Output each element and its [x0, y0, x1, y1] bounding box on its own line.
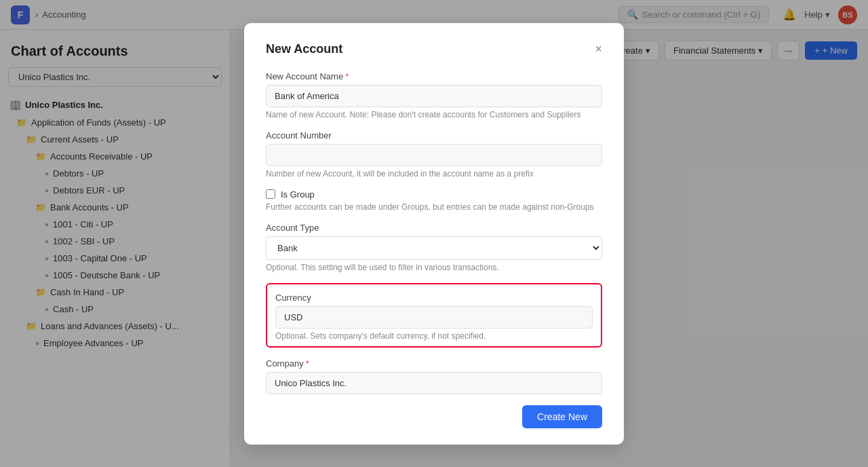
currency-hint: Optional. Sets company's default currenc…	[275, 331, 593, 341]
account-number-field: Account Number Number of new Account, it…	[266, 130, 602, 179]
modal-overlay: New Account × New Account Name * Name of…	[0, 0, 868, 467]
account-name-label: New Account Name *	[266, 71, 602, 81]
is-group-label: Is Group	[281, 189, 315, 200]
account-name-required: *	[345, 71, 349, 81]
is-group-row: Is Group	[266, 189, 602, 200]
account-number-input[interactable]	[266, 144, 602, 166]
account-name-field: New Account Name * Name of new Account. …	[266, 71, 602, 119]
company-label: Company *	[266, 358, 602, 369]
is-group-hint: Further accounts can be made under Group…	[266, 202, 602, 212]
is-group-field: Is Group Further accounts can be made un…	[266, 189, 602, 212]
modal-close-button[interactable]: ×	[595, 43, 602, 55]
company-input[interactable]	[266, 372, 602, 394]
modal-footer: Create New	[266, 405, 602, 428]
currency-input[interactable]	[275, 306, 593, 329]
modal-title: New Account	[266, 42, 342, 56]
company-field: Company *	[266, 358, 602, 394]
create-new-button[interactable]: Create New	[522, 405, 602, 428]
account-number-label: Account Number	[266, 130, 602, 141]
company-required: *	[306, 358, 309, 369]
account-name-input[interactable]	[266, 85, 602, 107]
is-group-checkbox[interactable]	[266, 189, 275, 199]
account-type-field: Account Type Bank Cash Receivable Payabl…	[266, 223, 602, 272]
modal-header: New Account ×	[266, 42, 602, 56]
account-number-hint: Number of new Account, it will be includ…	[266, 169, 602, 179]
new-account-modal: New Account × New Account Name * Name of…	[244, 23, 624, 445]
account-type-label: Account Type	[266, 223, 602, 233]
currency-label: Currency	[275, 293, 593, 303]
account-type-select[interactable]: Bank Cash Receivable Payable	[266, 236, 602, 260]
account-name-hint: Name of new Account. Note: Please don't …	[266, 110, 602, 119]
account-type-hint: Optional. This setting will be used to f…	[266, 263, 602, 272]
currency-section: Currency Optional. Sets company's defaul…	[266, 283, 602, 348]
